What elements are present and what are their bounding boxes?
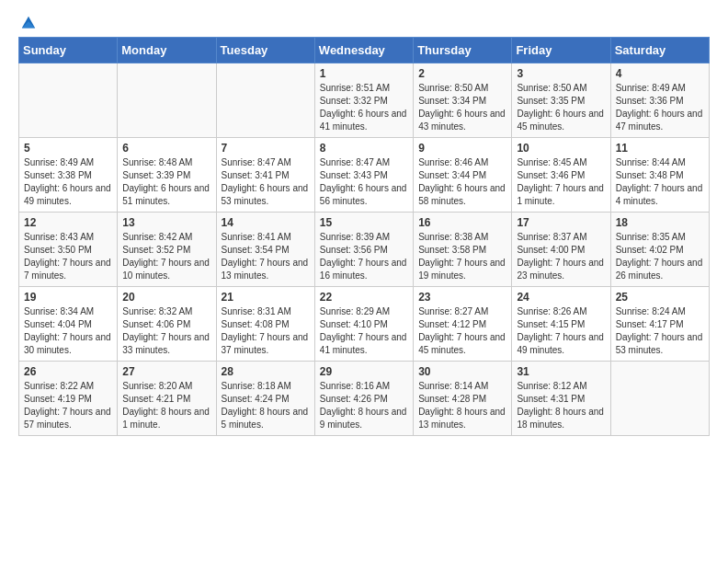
day-info: Sunrise: 8:47 AMSunset: 3:41 PMDaylight:… (222, 156, 310, 208)
calendar-cell: 21Sunrise: 8:31 AMSunset: 4:08 PMDayligh… (216, 287, 314, 362)
calendar-table: SundayMondayTuesdayWednesdayThursdayFrid… (18, 37, 710, 436)
day-number: 1 (320, 67, 408, 80)
calendar-cell (19, 63, 118, 138)
day-number: 17 (517, 216, 605, 229)
calendar-cell: 18Sunrise: 8:35 AMSunset: 4:02 PMDayligh… (610, 213, 709, 287)
weekday-header-wednesday: Wednesday (314, 38, 413, 63)
day-number: 24 (517, 291, 605, 304)
day-info: Sunrise: 8:47 AMSunset: 3:43 PMDaylight:… (320, 156, 408, 208)
calendar-cell: 28Sunrise: 8:18 AMSunset: 4:24 PMDayligh… (216, 362, 314, 436)
day-number: 11 (616, 142, 704, 155)
day-number: 8 (320, 142, 408, 155)
day-number: 16 (418, 216, 506, 229)
day-info: Sunrise: 8:43 AMSunset: 3:50 PMDaylight:… (24, 231, 112, 282)
calendar-cell: 27Sunrise: 8:20 AMSunset: 4:21 PMDayligh… (118, 362, 216, 436)
day-info: Sunrise: 8:29 AMSunset: 4:10 PMDaylight:… (320, 305, 408, 357)
calendar-week-row: 26Sunrise: 8:22 AMSunset: 4:19 PMDayligh… (19, 362, 710, 436)
calendar-cell: 14Sunrise: 8:41 AMSunset: 3:54 PMDayligh… (216, 213, 314, 287)
calendar-cell: 20Sunrise: 8:32 AMSunset: 4:06 PMDayligh… (118, 287, 216, 362)
calendar-cell: 6Sunrise: 8:48 AMSunset: 3:39 PMDaylight… (118, 138, 216, 213)
day-info: Sunrise: 8:24 AMSunset: 4:17 PMDaylight:… (616, 305, 704, 357)
day-number: 14 (222, 216, 310, 229)
day-number: 10 (517, 142, 605, 155)
calendar-cell: 10Sunrise: 8:45 AMSunset: 3:46 PMDayligh… (512, 138, 610, 213)
calendar-cell: 31Sunrise: 8:12 AMSunset: 4:31 PMDayligh… (512, 362, 610, 436)
day-info: Sunrise: 8:20 AMSunset: 4:21 PMDaylight:… (122, 380, 210, 431)
calendar-cell: 3Sunrise: 8:50 AMSunset: 3:35 PMDaylight… (512, 63, 610, 138)
day-number: 13 (122, 216, 210, 229)
day-info: Sunrise: 8:14 AMSunset: 4:28 PMDaylight:… (418, 380, 506, 431)
day-number: 31 (517, 365, 605, 378)
weekday-header-row: SundayMondayTuesdayWednesdayThursdayFrid… (19, 38, 710, 63)
day-info: Sunrise: 8:42 AMSunset: 3:52 PMDaylight:… (122, 231, 210, 282)
day-number: 3 (517, 67, 605, 80)
day-number: 30 (418, 365, 506, 378)
day-info: Sunrise: 8:48 AMSunset: 3:39 PMDaylight:… (122, 156, 210, 208)
calendar-cell: 19Sunrise: 8:34 AMSunset: 4:04 PMDayligh… (19, 287, 118, 362)
day-info: Sunrise: 8:49 AMSunset: 3:36 PMDaylight:… (616, 82, 704, 133)
calendar-week-row: 1Sunrise: 8:51 AMSunset: 3:32 PMDaylight… (19, 63, 710, 138)
calendar-cell: 8Sunrise: 8:47 AMSunset: 3:43 PMDaylight… (314, 138, 413, 213)
day-number: 9 (418, 142, 506, 155)
calendar-cell: 13Sunrise: 8:42 AMSunset: 3:52 PMDayligh… (118, 213, 216, 287)
calendar-cell: 29Sunrise: 8:16 AMSunset: 4:26 PMDayligh… (314, 362, 413, 436)
day-number: 20 (122, 291, 210, 304)
day-info: Sunrise: 8:32 AMSunset: 4:06 PMDaylight:… (122, 305, 210, 357)
calendar-cell: 22Sunrise: 8:29 AMSunset: 4:10 PMDayligh… (314, 287, 413, 362)
calendar-cell: 15Sunrise: 8:39 AMSunset: 3:56 PMDayligh… (314, 213, 413, 287)
calendar-cell: 9Sunrise: 8:46 AMSunset: 3:44 PMDaylight… (414, 138, 512, 213)
calendar-cell: 25Sunrise: 8:24 AMSunset: 4:17 PMDayligh… (610, 287, 709, 362)
calendar-cell (216, 63, 314, 138)
day-number: 29 (320, 365, 408, 378)
calendar-cell: 26Sunrise: 8:22 AMSunset: 4:19 PMDayligh… (19, 362, 118, 436)
day-info: Sunrise: 8:44 AMSunset: 3:48 PMDaylight:… (616, 156, 704, 208)
calendar-cell: 24Sunrise: 8:26 AMSunset: 4:15 PMDayligh… (512, 287, 610, 362)
day-number: 21 (222, 291, 310, 304)
calendar-cell: 16Sunrise: 8:38 AMSunset: 3:58 PMDayligh… (414, 213, 512, 287)
day-number: 6 (122, 142, 210, 155)
day-number: 12 (24, 216, 112, 229)
calendar-header: SundayMondayTuesdayWednesdayThursdayFrid… (19, 38, 710, 63)
calendar-cell: 7Sunrise: 8:47 AMSunset: 3:41 PMDaylight… (216, 138, 314, 213)
day-number: 2 (418, 67, 506, 80)
calendar-week-row: 19Sunrise: 8:34 AMSunset: 4:04 PMDayligh… (19, 287, 710, 362)
calendar-cell: 30Sunrise: 8:14 AMSunset: 4:28 PMDayligh… (414, 362, 512, 436)
calendar-week-row: 12Sunrise: 8:43 AMSunset: 3:50 PMDayligh… (19, 213, 710, 287)
day-number: 25 (616, 291, 704, 304)
calendar-cell: 4Sunrise: 8:49 AMSunset: 3:36 PMDaylight… (610, 63, 709, 138)
day-info: Sunrise: 8:27 AMSunset: 4:12 PMDaylight:… (418, 305, 506, 357)
day-info: Sunrise: 8:49 AMSunset: 3:38 PMDaylight:… (24, 156, 112, 208)
day-info: Sunrise: 8:45 AMSunset: 3:46 PMDaylight:… (517, 156, 605, 208)
day-info: Sunrise: 8:37 AMSunset: 4:00 PMDaylight:… (517, 231, 605, 282)
weekday-header-tuesday: Tuesday (216, 38, 314, 63)
calendar-cell: 12Sunrise: 8:43 AMSunset: 3:50 PMDayligh… (19, 213, 118, 287)
calendar-cell (610, 362, 709, 436)
day-info: Sunrise: 8:50 AMSunset: 3:34 PMDaylight:… (418, 82, 506, 133)
day-number: 7 (222, 142, 310, 155)
page-header (18, 15, 710, 28)
calendar-cell (118, 63, 216, 138)
logo-icon (20, 15, 37, 31)
day-number: 19 (24, 291, 112, 304)
day-info: Sunrise: 8:39 AMSunset: 3:56 PMDaylight:… (320, 231, 408, 282)
day-number: 23 (418, 291, 506, 304)
day-number: 22 (320, 291, 408, 304)
day-number: 15 (320, 216, 408, 229)
day-info: Sunrise: 8:22 AMSunset: 4:19 PMDaylight:… (24, 380, 112, 431)
calendar-cell: 11Sunrise: 8:44 AMSunset: 3:48 PMDayligh… (610, 138, 709, 213)
day-info: Sunrise: 8:38 AMSunset: 3:58 PMDaylight:… (418, 231, 506, 282)
day-info: Sunrise: 8:31 AMSunset: 4:08 PMDaylight:… (222, 305, 310, 357)
day-number: 5 (24, 142, 112, 155)
day-info: Sunrise: 8:50 AMSunset: 3:35 PMDaylight:… (517, 82, 605, 133)
weekday-header-sunday: Sunday (19, 38, 118, 63)
calendar-body: 1Sunrise: 8:51 AMSunset: 3:32 PMDaylight… (19, 63, 710, 436)
calendar-cell: 23Sunrise: 8:27 AMSunset: 4:12 PMDayligh… (414, 287, 512, 362)
calendar-cell: 17Sunrise: 8:37 AMSunset: 4:00 PMDayligh… (512, 213, 610, 287)
day-info: Sunrise: 8:16 AMSunset: 4:26 PMDaylight:… (320, 380, 408, 431)
day-info: Sunrise: 8:18 AMSunset: 4:24 PMDaylight:… (222, 380, 310, 431)
day-number: 18 (616, 216, 704, 229)
day-number: 27 (122, 365, 210, 378)
day-info: Sunrise: 8:34 AMSunset: 4:04 PMDaylight:… (24, 305, 112, 357)
calendar-cell: 5Sunrise: 8:49 AMSunset: 3:38 PMDaylight… (19, 138, 118, 213)
day-info: Sunrise: 8:35 AMSunset: 4:02 PMDaylight:… (616, 231, 704, 282)
